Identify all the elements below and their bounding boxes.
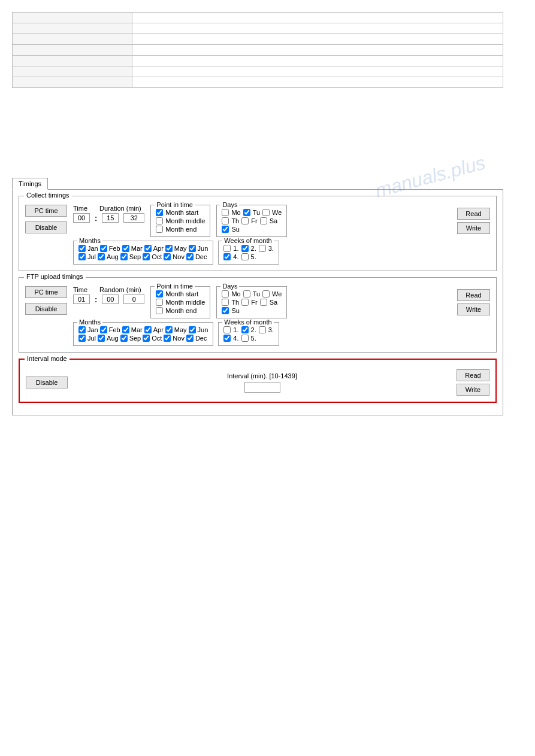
table-cell-label — [13, 56, 132, 66]
ftp-month-sep[interactable] — [120, 335, 128, 342]
collect-day-th[interactable] — [222, 217, 229, 224]
ftp-random-input[interactable] — [123, 294, 144, 304]
ftp-time-colon: : — [95, 295, 97, 304]
collect-write-button[interactable]: Write — [457, 222, 490, 234]
ftp-month-jul[interactable] — [78, 335, 86, 342]
ftp-day-we[interactable] — [262, 290, 270, 297]
collect-disable-button[interactable]: Disable — [25, 221, 67, 233]
collect-month-start-checkbox[interactable] — [156, 209, 163, 216]
ftp-month-middle-row: Month middle — [156, 299, 205, 306]
ftp-days-row2: Th Fr Sa — [222, 299, 282, 306]
ftp-disable-button[interactable]: Disable — [25, 303, 67, 315]
collect-month-aug[interactable] — [98, 253, 105, 260]
collect-month-sep[interactable] — [120, 253, 128, 260]
ftp-time-hour[interactable] — [73, 294, 90, 304]
ftp-month-end-checkbox[interactable] — [156, 307, 163, 314]
ftp-day-tu[interactable] — [243, 290, 250, 297]
interval-value-input[interactable] — [244, 382, 280, 393]
collect-month-apr[interactable] — [144, 245, 152, 252]
collect-month-nov[interactable] — [164, 253, 171, 260]
collect-month-jul[interactable] — [78, 253, 86, 260]
collect-week-1[interactable] — [223, 245, 231, 252]
interval-read-button[interactable]: Read — [457, 369, 489, 381]
collect-days-row1: Mo Tu We — [222, 209, 282, 216]
collect-day-su[interactable] — [222, 226, 229, 233]
collect-week-5[interactable] — [241, 253, 249, 260]
ftp-month-may[interactable] — [165, 326, 173, 333]
table-cell-label — [13, 23, 132, 34]
ftp-lower-section: Months Jan Feb Mar Apr May — [73, 322, 490, 346]
ftp-days-row3: Su — [222, 307, 282, 314]
ftp-month-middle-checkbox[interactable] — [156, 299, 163, 306]
collect-month-end-checkbox[interactable] — [156, 226, 163, 233]
ftp-day-mo[interactable] — [222, 290, 229, 297]
collect-day-fr[interactable] — [241, 217, 249, 224]
ftp-weeks-group: Weeks of month 1. 2. 3. 4. — [218, 322, 279, 346]
ftp-months-row2: Jul Aug Sep Oct Nov Dec — [78, 335, 208, 342]
ftp-day-tu-label: Tu — [253, 290, 260, 297]
ftp-day-th[interactable] — [222, 299, 229, 306]
ftp-pc-time-button[interactable]: PC time — [25, 286, 67, 298]
ftp-month-end-label: Month end — [165, 307, 197, 314]
interval-write-button[interactable]: Write — [457, 384, 489, 396]
collect-month-dec[interactable] — [186, 253, 194, 260]
collect-days-label: Days — [220, 201, 239, 208]
collect-rw-buttons: Read Write — [457, 208, 490, 234]
collect-days-row2: Th Fr Sa — [222, 217, 282, 224]
ftp-day-fr-label: Fr — [251, 299, 257, 306]
ftp-month-apr[interactable] — [144, 326, 152, 333]
ftp-week-1[interactable] — [223, 326, 231, 333]
ftp-day-sa[interactable] — [260, 299, 267, 306]
collect-month-start-label: Month start — [165, 209, 198, 216]
ftp-month-jan[interactable] — [78, 326, 86, 333]
ftp-day-su[interactable] — [222, 307, 229, 314]
collect-month-feb[interactable] — [100, 245, 107, 252]
collect-month-middle-row: Month middle — [156, 217, 205, 224]
ftp-month-oct[interactable] — [143, 335, 150, 342]
collect-month-middle-checkbox[interactable] — [156, 217, 163, 224]
ftp-week-2[interactable] — [241, 326, 249, 333]
ftp-week-5[interactable] — [241, 335, 249, 342]
table-cell-value — [132, 77, 503, 88]
collect-time-minute[interactable] — [102, 213, 119, 223]
table-cell-value — [132, 66, 503, 77]
collect-month-start-row: Month start — [156, 209, 205, 216]
collect-week-2[interactable] — [241, 245, 249, 252]
collect-day-we[interactable] — [262, 209, 270, 216]
ftp-month-dec[interactable] — [186, 335, 194, 342]
table-row — [13, 13, 503, 23]
collect-duration-input[interactable] — [123, 213, 144, 223]
collect-time-value-row: : — [73, 213, 144, 223]
collect-day-sa[interactable] — [260, 217, 267, 224]
tab-timings[interactable]: Timings — [12, 178, 48, 190]
ftp-timings-group: FTP upload timings PC time Disable Time … — [19, 277, 497, 353]
collect-read-button[interactable]: Read — [457, 208, 490, 220]
top-table — [12, 12, 503, 88]
ftp-write-button[interactable]: Write — [457, 303, 490, 315]
collect-month-jan[interactable] — [78, 245, 86, 252]
timings-area: Timings Collect timings PC time Disable … — [12, 178, 503, 415]
ftp-day-fr[interactable] — [241, 299, 249, 306]
collect-month-jun[interactable] — [189, 245, 196, 252]
ftp-week-3[interactable] — [259, 326, 266, 333]
collect-month-oct[interactable] — [143, 253, 150, 260]
collect-month-mar[interactable] — [122, 245, 129, 252]
interval-disable-button[interactable]: Disable — [26, 377, 68, 388]
ftp-week-4[interactable] — [223, 335, 231, 342]
ftp-time-minute[interactable] — [102, 294, 119, 304]
collect-pc-time-button[interactable]: PC time — [25, 205, 67, 217]
collect-day-mo[interactable] — [222, 209, 229, 216]
ftp-month-mar[interactable] — [122, 326, 129, 333]
collect-week-3[interactable] — [259, 245, 266, 252]
ftp-month-nov[interactable] — [164, 335, 171, 342]
ftp-month-aug[interactable] — [98, 335, 105, 342]
ftp-read-button[interactable]: Read — [457, 289, 490, 301]
collect-time-hour[interactable] — [73, 213, 90, 223]
collect-day-tu[interactable] — [243, 209, 250, 216]
ftp-month-jun[interactable] — [189, 326, 196, 333]
collect-week-4[interactable] — [223, 253, 231, 260]
interval-mode-group: Interval mode Disable Interval (min). [1… — [19, 359, 497, 403]
collect-month-may[interactable] — [165, 245, 173, 252]
ftp-month-feb[interactable] — [100, 326, 107, 333]
ftp-month-start-checkbox[interactable] — [156, 290, 163, 297]
